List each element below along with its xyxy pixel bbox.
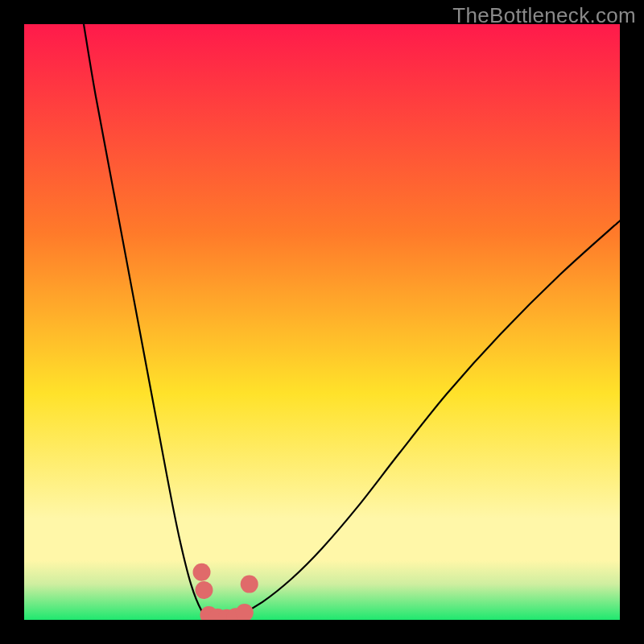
plot-area bbox=[24, 24, 620, 620]
valley-marker bbox=[195, 581, 213, 599]
gradient-background bbox=[24, 24, 620, 620]
bottleneck-chart bbox=[24, 24, 620, 620]
outer-frame: TheBottleneck.com bbox=[0, 0, 644, 644]
valley-marker bbox=[193, 564, 211, 581]
watermark-text: TheBottleneck.com bbox=[452, 3, 636, 28]
valley-marker bbox=[241, 576, 258, 593]
